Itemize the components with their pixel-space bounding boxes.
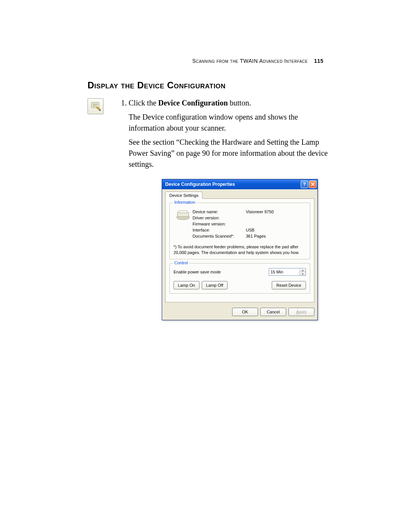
info-value <box>246 215 306 221</box>
apply-button[interactable]: Apply <box>288 308 314 316</box>
info-label: Documents Scanned*: <box>193 233 246 240</box>
info-label: Interface: <box>193 227 246 233</box>
section-body: Click the Device Configuration button. T… <box>88 97 331 320</box>
titlebar: Device Configuration Properties ? <box>162 179 317 189</box>
spin-down-button[interactable]: ▼ <box>300 272 306 276</box>
tab-device-settings[interactable]: Device Settings <box>165 192 202 199</box>
device-configuration-icon <box>88 98 104 114</box>
apply-label: A <box>296 310 299 314</box>
tab-strip: Device Settings <box>165 192 314 199</box>
device-configuration-dialog: Device Configuration Properties ? <box>162 179 318 320</box>
power-save-spinbox[interactable]: ▲ ▼ <box>269 268 306 276</box>
lamp-on-button[interactable]: Lamp On <box>174 281 199 289</box>
paragraph: The Device configuration window opens an… <box>129 112 331 134</box>
groupbox-legend: Information <box>173 200 197 204</box>
step-item: Click the Device Configuration button. <box>129 97 331 109</box>
info-row: Device name: Visioneer 9750 <box>193 209 306 215</box>
paragraph: See the section “Checking the Hardware a… <box>129 137 331 170</box>
title-buttons: ? <box>301 181 317 188</box>
close-icon <box>311 182 315 186</box>
section-heading: Display the Device Configuration <box>88 80 331 91</box>
info-label: Firmware version: <box>193 221 246 227</box>
apply-label-rest: pply <box>299 310 307 314</box>
groupbox-legend: Control <box>173 260 189 265</box>
dialog-body: Device Settings Information <box>162 189 317 305</box>
info-value: Visioneer 9750 <box>246 209 306 215</box>
dialog-footer: OK Cancel Apply <box>162 305 317 320</box>
cancel-button[interactable]: Cancel <box>260 308 286 316</box>
power-save-input[interactable] <box>269 268 299 275</box>
window-title: Device Configuration Properties <box>165 182 301 187</box>
spin-buttons: ▲ ▼ <box>299 268 306 275</box>
info-table: Device name: Visioneer 9750 Driver versi… <box>193 209 306 240</box>
running-head-text: Scanning from the TWAIN Advanced Interfa… <box>192 58 308 64</box>
reset-device-button[interactable]: Reset Device <box>272 281 306 289</box>
control-button-row: Lamp On Lamp Off Reset Device <box>174 281 306 289</box>
info-label: Driver version: <box>193 215 246 221</box>
info-value: USB <box>246 227 306 233</box>
running-header: Scanning from the TWAIN Advanced Interfa… <box>192 58 323 64</box>
dialog-screenshot: Device Configuration Properties ? <box>162 179 318 320</box>
lamp-off-button[interactable]: Lamp Off <box>202 281 228 289</box>
info-row: Driver version: <box>193 215 306 221</box>
info-row: Firmware version: <box>193 221 306 227</box>
info-row: Documents Scanned*: 361 Pages <box>193 233 306 240</box>
step-list: Click the Device Configuration button. <box>118 97 331 109</box>
scanner-icon <box>174 209 193 240</box>
info-row: Interface: USB <box>193 227 306 233</box>
power-save-label: Enable power save mode <box>174 270 221 274</box>
spin-up-button[interactable]: ▲ <box>300 268 306 272</box>
info-label: Device name: <box>193 209 246 215</box>
footnote: *) To avoid document feeder problems, pl… <box>174 244 306 256</box>
info-value: 361 Pages <box>246 233 306 240</box>
help-button[interactable]: ? <box>301 181 308 188</box>
power-save-row: Enable power save mode ▲ ▼ <box>174 268 306 276</box>
ok-button[interactable]: OK <box>232 308 258 316</box>
page-number: 115 <box>314 58 323 64</box>
close-button[interactable] <box>309 181 317 188</box>
step-text-prefix: Click the <box>129 99 158 107</box>
svg-rect-8 <box>179 211 187 213</box>
document-page: Scanning from the TWAIN Advanced Interfa… <box>0 0 411 532</box>
tab-panel: Information <box>165 198 314 302</box>
information-content: Device name: Visioneer 9750 Driver versi… <box>174 209 306 240</box>
control-groupbox: Control Enable power save mode ▲ ▼ <box>169 263 310 294</box>
step-text-bold: Device Configuration <box>158 99 228 107</box>
step-text-suffix: button. <box>228 99 251 107</box>
info-value <box>246 221 306 227</box>
information-groupbox: Information <box>169 203 310 259</box>
